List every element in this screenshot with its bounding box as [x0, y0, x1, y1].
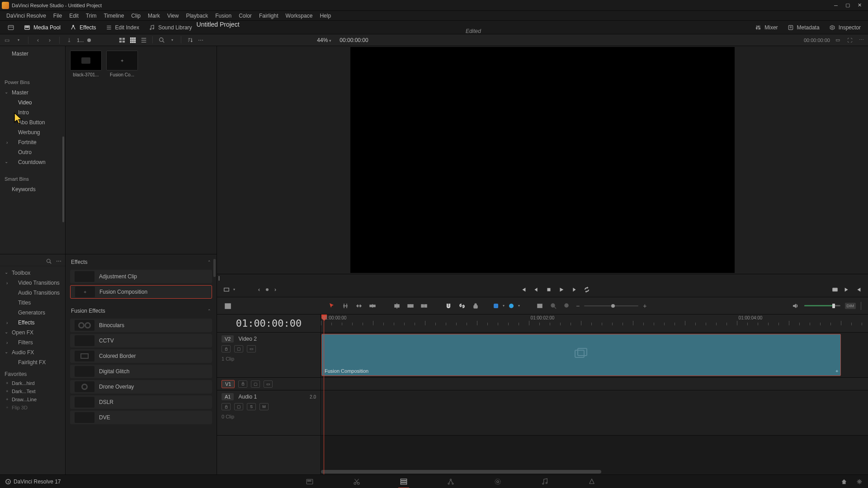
volume-slider[interactable] [804, 305, 840, 306]
search-icon[interactable] [157, 36, 165, 44]
record-button[interactable] [832, 286, 838, 293]
trim-tool[interactable] [341, 301, 350, 310]
prev-frame-button[interactable] [533, 286, 539, 293]
dim-button[interactable]: DIM [845, 303, 856, 309]
tree-audiofx[interactable]: Audio FX [0, 347, 65, 357]
options-icon[interactable]: ⋯ [56, 258, 61, 264]
effect-drone-overlay[interactable]: Drone Overlay [70, 380, 212, 394]
search-icon[interactable] [46, 258, 52, 264]
viewer-scrubber[interactable] [217, 274, 868, 282]
menu-davinci[interactable]: DaVinci Resolve [3, 13, 50, 19]
effect-digital-glitch[interactable]: Digital Glitch [70, 365, 212, 378]
insert-button[interactable] [392, 301, 401, 310]
menu-fusion[interactable]: Fusion [212, 13, 235, 19]
zoom-custom-button[interactable] [562, 301, 571, 310]
track-lane-v1[interactable] [321, 378, 868, 390]
lock-icon[interactable] [222, 345, 231, 352]
tree-fairlightfx[interactable]: Fairlight FX [0, 357, 65, 367]
inspector-toggle[interactable]: Inspector [824, 24, 865, 31]
fav-flip3d[interactable]: Flip 3D [0, 404, 65, 412]
collapse-icon[interactable]: ⌃ [208, 309, 211, 313]
menu-workspace[interactable]: Workspace [282, 13, 316, 19]
match-frame-button[interactable] [223, 286, 230, 293]
page-fairlight[interactable] [539, 477, 550, 487]
track-header-v1[interactable]: V1 ▢ ▭ [217, 378, 321, 390]
disable-icon[interactable]: ▭ [247, 345, 256, 352]
selection-tool[interactable] [327, 301, 336, 310]
timeline-ruler[interactable]: 01:00:00:00 01:00:02:00 01:00:04:00 [321, 314, 868, 333]
next-frame-button[interactable] [571, 286, 577, 293]
chevron-down-icon[interactable]: ▾ [503, 304, 505, 308]
effect-cctv[interactable]: CCTV [70, 334, 212, 347]
bin-werbung[interactable]: Werbung [0, 127, 65, 137]
page-edit[interactable] [398, 477, 409, 487]
replace-button[interactable] [420, 301, 429, 310]
tree-titles[interactable]: Titles [0, 298, 65, 308]
effect-dve[interactable]: DVE [70, 411, 212, 424]
tree-effects[interactable]: Effects [0, 318, 65, 328]
nav-back-button[interactable]: ‹ [34, 36, 42, 44]
menu-edit[interactable]: Edit [66, 13, 82, 19]
page-deliver[interactable] [586, 477, 597, 487]
chevron-down-icon[interactable]: ▾ [14, 36, 23, 44]
view-list-icon[interactable] [140, 36, 148, 44]
bin-video[interactable]: Video [0, 98, 65, 108]
track-badge-a1[interactable]: A1 [222, 393, 234, 400]
overwrite-button[interactable] [406, 301, 415, 310]
minimize-button[interactable]: ─ [833, 2, 839, 9]
edit-index-toggle[interactable]: Edit Index [101, 24, 144, 31]
effect-adjustment-clip[interactable]: Adjustment Clip [70, 270, 212, 283]
track-lane-a1[interactable] [321, 390, 868, 436]
layout-toggle[interactable] [3, 24, 19, 31]
page-cut[interactable] [351, 477, 362, 487]
timeline-view-button[interactable] [223, 301, 232, 310]
volume-icon[interactable] [791, 301, 800, 310]
marker-blue[interactable] [509, 304, 514, 308]
menu-file[interactable]: File [50, 13, 66, 19]
close-button[interactable]: ✕ [856, 2, 863, 9]
effect-colored-border[interactable]: Colored Border [70, 349, 212, 363]
menu-view[interactable]: View [164, 13, 183, 19]
loop-button[interactable] [584, 286, 590, 293]
tree-filters[interactable]: Filters [0, 338, 65, 347]
solo-button[interactable]: S [247, 403, 256, 410]
metadata-toggle[interactable]: Metadata [783, 24, 824, 31]
go-end-button[interactable] [844, 286, 850, 293]
import-button[interactable]: ⤓ [65, 36, 73, 44]
auto-select-icon[interactable]: ▢ [234, 345, 243, 352]
link-button[interactable] [458, 301, 467, 310]
viewer-mode-icon[interactable]: ▭ [834, 36, 842, 44]
menu-clip[interactable]: Clip [127, 13, 144, 19]
clip-fusion-composition[interactable]: Fusion Composition ✦ [321, 334, 841, 376]
menu-color[interactable]: Color [235, 13, 255, 19]
effects-toggle[interactable]: Effects [65, 24, 100, 31]
go-last-button[interactable] [855, 286, 862, 293]
fav-drawline[interactable]: Draw...Line [0, 395, 65, 404]
options-icon[interactable]: ⋯ [197, 36, 205, 44]
viewer-options-icon[interactable]: ⋯ [857, 36, 865, 44]
nav-fwd-button[interactable]: › [46, 36, 54, 44]
play-button[interactable] [558, 286, 565, 293]
bin-outro[interactable]: Outro [0, 147, 65, 157]
home-icon[interactable] [841, 479, 847, 485]
effect-fusion-composition[interactable]: ✦Fusion Composition [70, 285, 212, 299]
tree-video-transitions[interactable]: Video Transitions [0, 278, 65, 288]
lock-icon[interactable] [238, 380, 247, 388]
zoom-in-button[interactable]: + [643, 302, 646, 310]
tree-toolbox[interactable]: Toolbox [0, 268, 65, 278]
go-start-button[interactable] [520, 286, 527, 293]
blade-tool[interactable] [368, 301, 377, 310]
bin-master[interactable]: Master [0, 88, 65, 98]
lock-button[interactable] [471, 301, 480, 310]
auto-select-icon[interactable]: ▢ [251, 380, 260, 388]
next-mark-button[interactable]: › [272, 286, 278, 293]
snap-button[interactable] [444, 301, 453, 310]
bin-countdown[interactable]: Countdown [0, 157, 65, 167]
pool-dropdown[interactable]: 1... [77, 38, 84, 43]
prev-mark-button[interactable]: ‹ [256, 286, 262, 293]
viewer-canvas[interactable] [217, 46, 868, 274]
timeline-tracks[interactable]: 01:00:00:00 01:00:02:00 01:00:04:00 Fusi… [321, 314, 868, 474]
chevron-down-icon[interactable]: ▾ [168, 36, 176, 44]
zoom-fit-button[interactable] [535, 301, 544, 310]
tree-openfx[interactable]: Open FX [0, 328, 65, 338]
